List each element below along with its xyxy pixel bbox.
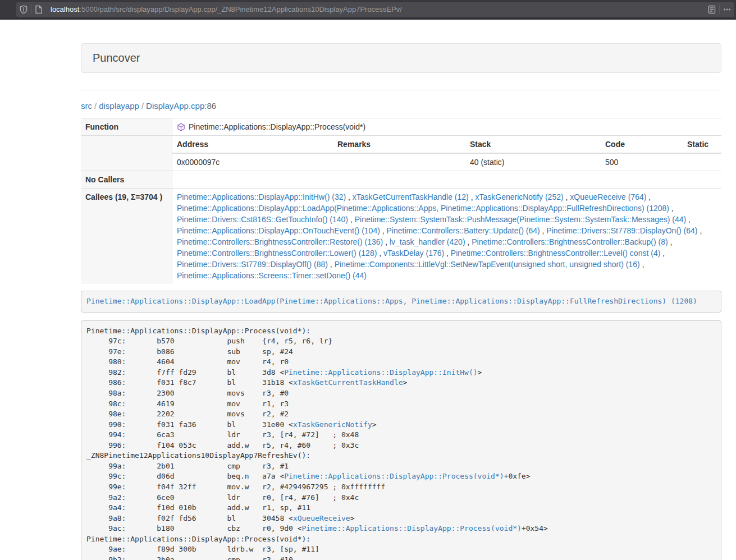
no-callers-row: No Callers (81, 171, 721, 189)
page-icon[interactable] (31, 2, 46, 17)
breadcrumb-displayapp[interactable]: displayapp (99, 101, 139, 111)
breadcrumb-line-number: :86 (204, 101, 216, 111)
callees-list: Pinetime::Applications::DisplayApp::Init… (172, 189, 722, 284)
cube-icon (177, 123, 185, 131)
assembly-symbol-link[interactable]: Pinetime::Applications::DisplayApp::Init… (284, 368, 477, 377)
callee-link[interactable]: Pinetime::Controllers::Battery::Update()… (387, 226, 540, 235)
app-title: Puncover (93, 52, 140, 64)
function-table: Function Pinetime::Applications::Display… (81, 118, 721, 284)
breadcrumb-separator: / (139, 101, 146, 111)
callee-link[interactable]: xTaskGenericNotify (252) (475, 192, 563, 201)
callee-link[interactable]: Pinetime::Controllers::BrightnessControl… (177, 237, 383, 246)
shield-icon[interactable] (16, 2, 31, 17)
selected-callee-snippet: Pinetime::Applications::DisplayApp::Load… (81, 291, 721, 313)
callee-link[interactable]: Pinetime::Applications::DisplayApp::Load… (177, 204, 669, 213)
callee-link[interactable]: Pinetime::System::SystemTask::PushMessag… (355, 215, 687, 224)
function-label: Function (81, 118, 172, 136)
callee-link[interactable]: vTaskDelay (176) (383, 249, 444, 258)
callees-label: Callees (19, Σ=3704 ) (81, 189, 172, 284)
assembly-symbol-link[interactable]: Pinetime::Applications::DisplayApp::Proc… (284, 472, 504, 480)
breadcrumb-file[interactable]: DisplayApp.cpp (146, 101, 204, 111)
details-header-row: Address Remarks Stack Code Static (172, 136, 721, 153)
callee-link[interactable]: Pinetime::Controllers::BrightnessControl… (451, 249, 660, 258)
function-details-row: Address Remarks Stack Code Static 0x0000… (81, 136, 721, 171)
callee-link[interactable]: Pinetime::Components::LittleVgl::SetNewT… (335, 260, 640, 269)
callee-link[interactable]: xTaskGetCurrentTaskHandle (12) (353, 192, 469, 201)
menu-ellipsis-icon[interactable] (720, 2, 734, 17)
url-host: localhost (51, 5, 79, 13)
cell-address: 0x0000097c (172, 153, 333, 171)
breadcrumb-separator: / (92, 101, 99, 111)
callee-link[interactable]: Pinetime::Applications::DisplayApp::OnTo… (177, 226, 380, 235)
col-code: Code (601, 136, 683, 153)
cell-static (683, 153, 721, 171)
callee-link[interactable]: Pinetime::Controllers::BrightnessControl… (472, 237, 668, 246)
col-address: Address (172, 136, 333, 153)
assembly-symbol-link[interactable]: xTaskGetCurrentTaskHandle (293, 378, 403, 387)
page-content: Puncover src/displayapp/DisplayApp.cpp:8… (81, 43, 721, 560)
details-value-row: 0x0000097c 40 (static) 500 (172, 153, 721, 171)
breadcrumb-src[interactable]: src (81, 101, 92, 111)
col-remarks: Remarks (333, 136, 465, 153)
callee-link[interactable]: Pinetime::Drivers::St7789::DisplayOff() … (177, 260, 328, 269)
callee-link[interactable]: Pinetime::Drivers::St7789::DisplayOn() (… (546, 226, 697, 235)
col-stack: Stack (465, 136, 601, 153)
cell-stack: 40 (static) (465, 153, 601, 171)
callee-link[interactable]: lv_task_handler (420) (390, 237, 465, 246)
callees-row: Callees (19, Σ=3704 ) Pinetime::Applicat… (81, 189, 721, 284)
browser-toolbar: localhost:5000/path/src/displayapp/Displ… (0, 0, 736, 20)
callee-link[interactable]: Pinetime::Drivers::Cst816S::GetTouchInfo… (177, 215, 348, 224)
app-header-panel: Puncover (81, 43, 721, 73)
function-cell: Pinetime::Applications::DisplayApp::Proc… (172, 118, 722, 136)
no-callers-label: No Callers (81, 171, 172, 189)
address-bar[interactable]: localhost:5000/path/src/displayapp/Displ… (16, 2, 734, 17)
assembly-symbol-link[interactable]: Pinetime::Applications::DisplayApp::Proc… (302, 524, 522, 533)
callee-link[interactable]: Pinetime::Controllers::BrightnessControl… (177, 249, 377, 258)
callee-link[interactable]: Pinetime::Applications::Screens::Timer::… (177, 271, 367, 280)
callee-snippet-link[interactable]: Pinetime::Applications::DisplayApp::Load… (86, 297, 697, 305)
function-details-table: Address Remarks Stack Code Static 0x0000… (172, 136, 721, 171)
url-text: localhost:5000/path/src/displayapp/Displ… (51, 5, 705, 13)
divider (81, 90, 721, 90)
function-signature: Pinetime::Applications::DisplayApp::Proc… (189, 122, 365, 131)
reader-mode-icon[interactable] (705, 2, 719, 17)
empty-header-cell (81, 136, 172, 171)
cell-code: 500 (601, 153, 683, 171)
function-details-cell: Address Remarks Stack Code Static 0x0000… (172, 136, 722, 171)
breadcrumb: src/displayapp/DisplayApp.cpp:86 (81, 101, 721, 112)
assembly-symbol-link[interactable]: xTaskGenericNotify (293, 420, 372, 429)
callee-link[interactable]: xQueueReceive (764) (570, 192, 646, 201)
url-path: :5000/path/src/displayapp/DisplayApp.cpp… (79, 5, 402, 13)
function-row: Function Pinetime::Applications::Display… (81, 118, 721, 136)
assembly-block: Pinetime::Applications::DisplayApp::Proc… (81, 320, 721, 560)
callee-link[interactable]: Pinetime::Applications::DisplayApp::Init… (177, 192, 346, 201)
cell-remarks (333, 153, 465, 171)
col-static: Static (683, 136, 721, 153)
no-callers-cell (172, 171, 722, 189)
assembly-symbol-link[interactable]: xQueueReceive (293, 514, 350, 522)
